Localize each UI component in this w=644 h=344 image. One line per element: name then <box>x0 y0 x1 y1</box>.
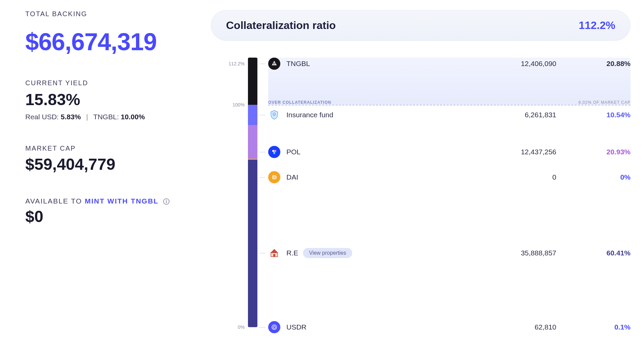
svg-point-6 <box>274 150 276 152</box>
mint-label: AVAILABLE TO MINT WITH TNGBL <box>25 197 191 205</box>
asset-pct: 20.88% <box>570 60 631 68</box>
market-cap-value: $59,404,779 <box>25 155 191 174</box>
asset-row-dai: DAI 0 0% <box>268 170 631 184</box>
tick <box>259 177 265 178</box>
info-icon[interactable] <box>163 198 170 205</box>
ratio-value: 112.2% <box>579 19 615 32</box>
tngbl-yield-value: 10.00% <box>121 113 145 121</box>
stats-panel: TOTAL BACKING $66,674,319 CURRENT YIELD … <box>25 10 211 334</box>
bar-re <box>248 160 257 327</box>
usdr-icon <box>268 321 280 333</box>
over-collateral-label: OVER COLLATERALIZATION <box>268 100 331 106</box>
tick <box>259 253 265 253</box>
asset-amount: 62,810 <box>489 323 556 331</box>
asset-amount: 0 <box>489 173 556 181</box>
asset-row-pol: POL 12,437,256 20.93% <box>268 145 631 159</box>
tick <box>259 327 265 327</box>
current-yield-value: 15.83% <box>25 90 191 109</box>
total-backing-value: $66,674,319 <box>25 28 191 56</box>
asset-row-re: R.E View properties 35,888,857 60.41% <box>268 246 631 260</box>
total-backing-label: TOTAL BACKING <box>25 10 191 18</box>
pol-icon <box>268 146 280 158</box>
axis-bottom: 0% <box>224 324 245 330</box>
collateral-panel: Collateralization ratio 112.2% 112.2% 10… <box>211 10 631 334</box>
asset-pct: 0.1% <box>570 323 631 331</box>
collateral-chart: 112.2% 100% 0% OVER COLLATERALIZATION 8. <box>224 58 631 334</box>
house-icon <box>268 247 280 259</box>
asset-amount: 12,437,256 <box>489 148 556 156</box>
tick <box>259 115 265 115</box>
asset-name: Insurance fund <box>286 111 333 119</box>
view-properties-button[interactable]: View properties <box>303 248 352 258</box>
ratio-header: Collateralization ratio 112.2% <box>211 10 631 41</box>
real-usd-value: 5.83% <box>61 113 81 121</box>
asset-pct: 60.41% <box>570 249 631 257</box>
current-yield-label: CURRENT YIELD <box>25 79 191 87</box>
asset-name: POL <box>286 148 301 156</box>
svg-point-9 <box>272 325 277 330</box>
asset-row-insurance: $ Insurance fund 6,261,831 10.54% <box>268 108 631 122</box>
axis-top: 112.2% <box>224 61 245 66</box>
stacked-bar <box>248 58 257 334</box>
bar-tngbl <box>248 58 257 105</box>
mint-label-prefix: AVAILABLE TO <box>25 197 85 205</box>
market-cap-label: MARKET CAP <box>25 145 191 152</box>
tngbl-icon <box>268 58 280 70</box>
asset-row-usdr: USDR 62,810 0.1% <box>268 320 631 334</box>
mint-value: $0 <box>25 207 191 226</box>
asset-pct: 0% <box>570 173 631 181</box>
svg-point-5 <box>272 150 274 152</box>
asset-pct: 10.54% <box>570 111 631 119</box>
svg-point-7 <box>273 152 275 154</box>
svg-point-1 <box>166 200 167 201</box>
asset-name: R.E <box>286 249 298 257</box>
mint-link[interactable]: MINT WITH TNGBL <box>85 197 159 205</box>
tick <box>259 64 265 64</box>
svg-rect-2 <box>166 201 167 203</box>
axis-mid: 100% <box>224 102 245 107</box>
asset-pct: 20.93% <box>570 148 631 156</box>
tngbl-yield-label: TNGBL: <box>93 113 119 121</box>
asset-name: TNGBL <box>286 60 310 68</box>
asset-amount: 6,261,831 <box>489 111 556 119</box>
ratio-title: Collateralization ratio <box>226 19 336 32</box>
dai-icon <box>268 171 280 183</box>
over-collateral-line: OVER COLLATERALIZATION 8.02% OF MARKET C… <box>268 105 631 106</box>
separator: | <box>86 113 88 121</box>
svg-point-10 <box>273 326 276 329</box>
asset-amount: 12,406,090 <box>489 60 556 68</box>
yield-breakdown: Real USD: 5.83% | TNGBL: 10.00% <box>25 113 191 121</box>
asset-row-tngbl: TNGBL 12,406,090 20.88% <box>268 57 631 70</box>
svg-rect-8 <box>273 254 275 257</box>
over-collateral-pct: 8.02% OF MARKET CAP <box>579 100 631 106</box>
bar-insurance <box>248 105 257 125</box>
real-usd-label: Real USD: <box>25 113 59 121</box>
asset-name: DAI <box>286 173 298 181</box>
asset-name: USDR <box>286 323 307 331</box>
tick <box>259 152 265 152</box>
asset-amount: 35,888,857 <box>489 249 556 257</box>
bar-pol <box>248 125 257 159</box>
shield-icon: $ <box>268 109 280 121</box>
